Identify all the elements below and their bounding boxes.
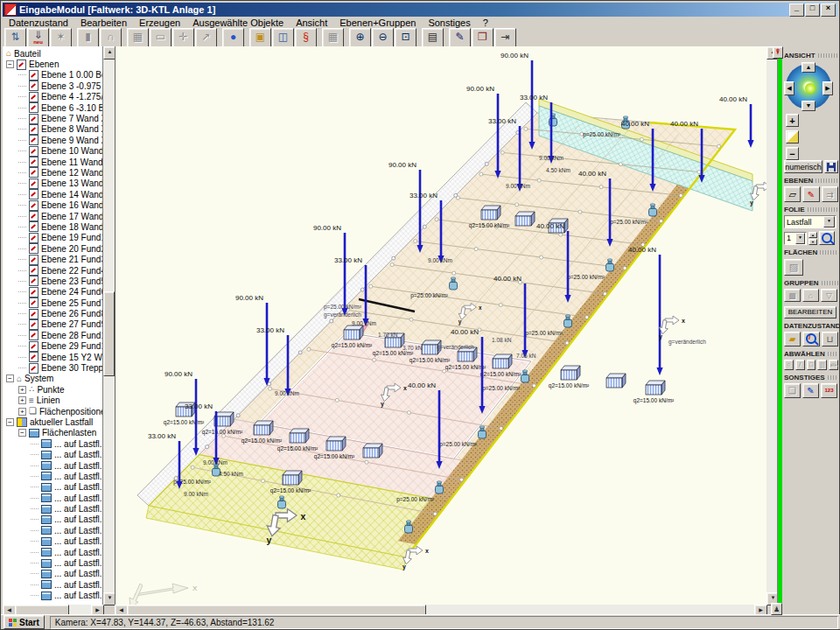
zoom-plus-button[interactable]: + [786,114,799,127]
tree-item[interactable]: ... auf Lastfl. 1: c [3,547,102,557]
tree-item[interactable]: −⌂System [3,374,102,384]
gruppen-select-button[interactable]: ▩ [784,289,801,302]
save-view-button[interactable] [824,160,838,173]
toolbar-neu-button[interactable]: ⇓neu [27,28,49,47]
tree-item[interactable]: −Flächenlasten [3,428,102,438]
tree-vscrollbar[interactable]: ▲ ▼ [103,46,115,605]
minimize-button[interactable]: _ [789,4,804,17]
tree-item[interactable]: Ebene 4 -1.275/-1.4 [3,92,102,102]
rotate-up-button[interactable]: ▲ [802,62,816,73]
tree-expander-icon[interactable]: − [6,374,14,382]
tree-item[interactable]: ... auf Lastfl. 14: [3,471,102,481]
tree-item[interactable]: Ebene 26 Fund8 [3,308,102,318]
datenzustand-check-button[interactable] [802,332,819,346]
toolbar-zoom-out-button[interactable]: ⊖ [372,28,394,47]
tree-item[interactable]: Ebene 7 Wand X1 [3,113,102,123]
sonstiges-ansicht-button[interactable]: ✎ [802,383,819,398]
folie-search-button[interactable] [819,231,835,245]
tree-item[interactable]: Ebene 9 Wand X3 [3,135,102,145]
tree-item[interactable]: Ebene 14 Wand Y1 [3,189,102,200]
tree-item[interactable]: −aktueller Lastfall [3,416,102,427]
toolbar-stuetze-button[interactable]: ▮ [77,28,99,47]
tree-item[interactable]: Ebene 29 Fund11 [3,341,102,352]
tree-item[interactable]: Ebene 10 Wand X4 [3,146,102,157]
tree-item[interactable]: ... auf Lastfl. 3: [3,569,102,579]
dropdown-arrow-icon[interactable]: ▼ [823,216,835,228]
toolbar-handbuch-button[interactable]: ❐ [472,28,494,47]
flaechen-hatch-button[interactable]: ▨ [784,259,803,276]
tree-expander-icon[interactable]: + [18,386,26,394]
sonstiges-notiz-button[interactable]: ❏ [784,383,801,398]
datenzustand-bucket-button[interactable]: ⊔ [822,332,838,346]
tree-item[interactable]: ... auf Lastfl. 7: [3,503,102,514]
tree-item[interactable]: Ebene 17 Wand Y4 [3,211,102,221]
numerisch-button[interactable]: numerisch [784,160,822,173]
ebene-move-button[interactable]: ⇉ [822,186,838,202]
toolbar-zoom-fenster-button[interactable]: ⊡ [395,28,416,47]
toolbar-datenzustand-wechseln-button[interactable]: ⇅ [4,28,26,47]
toolbar-positionen-button[interactable]: ◫ [272,28,294,47]
tree-item[interactable]: Ebene 22 Fund4 [3,265,102,276]
toolbar-verschieben-button[interactable]: ✛ [172,28,194,47]
tree-item[interactable]: Ebene 15 Y2 Wand T [3,352,102,362]
tree-item[interactable]: Ebene 3 -0.975 Bop [3,80,102,91]
toolbar-ansicht-stift-button[interactable]: ✎ [449,28,471,47]
toolbar-bogen-button[interactable]: ∩ [100,28,122,47]
abwahl-punkt-button[interactable]: ○ [784,360,794,370]
gruppen-add-button[interactable]: ⌂ [802,289,819,302]
toolbar-zoom-in-button[interactable]: ⊕ [349,28,371,47]
tree-item[interactable]: Ebene 12 Wand X6 [3,167,102,178]
tree-item[interactable]: ... auf Lastfl. 2: [3,557,102,568]
menu-ausgew-hlte-objekte[interactable]: Ausgewählte Objekte [186,18,290,28]
toolbar-normen-button[interactable]: § [295,28,317,47]
dropdown-arrow-icon[interactable]: ▼ [795,233,805,244]
tree-scroll-thumb[interactable] [103,291,115,376]
rotate-right-button[interactable]: ▶ [822,81,833,95]
menu-datenzustand[interactable]: Datenzustand [3,18,74,28]
gruppen-filter-button[interactable]: ▽ [821,289,837,302]
start-button[interactable]: Start [4,615,45,629]
tree-item[interactable]: Ebene 6 -3.10 Bopl. [3,102,102,113]
tree-item[interactable]: Ebene 13 Wand X7 [3,178,102,189]
tree-item[interactable]: Ebene 16 Wand Y3 [3,200,102,210]
menu-sonstiges[interactable]: Sonstiges [422,18,476,28]
tree-item[interactable]: Ebene 30 Treppenla [3,362,102,373]
toolbar-fahrzeug-button[interactable]: ● [222,28,244,47]
sonstiges-nummern-button[interactable]: 123 [821,383,837,398]
perspective-toggle-button[interactable] [786,130,799,144]
stepper-up-icon[interactable]: ▲ [808,232,817,238]
folie-type-select[interactable]: Lastfall▼ [784,215,836,228]
tree-item[interactable]: ... auf Lastfl. 11: [3,438,102,449]
tree-item[interactable]: ⌂Bauteil [3,48,102,59]
rotate-left-button[interactable]: ◀ [784,81,794,95]
abwahl-lasten-button[interactable]: ||| [817,360,827,370]
tree-item[interactable]: ... auf Lastfl. 4: [3,579,102,590]
tree-expander-icon[interactable]: + [18,396,26,404]
tree-item[interactable]: ... auf Lastfl. 6: [3,493,102,503]
tree-item[interactable]: +❏Flächenpositionen [3,406,102,416]
tree-item[interactable]: +≡Linien [3,396,102,406]
tree-item[interactable]: Ebene 25 Fund7 [3,298,102,308]
close-button[interactable]: × [821,4,836,17]
pin-panel-icon[interactable]: ⍒ [773,46,783,59]
tree-item[interactable]: −Ebenen [3,59,102,69]
tree-item[interactable]: ... auf Lastfl. 12: [3,449,102,459]
folie-number-stepper[interactable]: ▲ ▼ [808,232,817,245]
tree-item[interactable]: Ebene 20 Fund2 [3,243,102,254]
toolbar-beenden-button[interactable]: ⇥ [494,28,516,47]
toolbar-platte-button[interactable]: ▦ [127,28,149,47]
tree-item[interactable]: ... auf Lastfl. 8: [3,514,102,525]
toolbar-polylinie-button[interactable]: ↗ [195,28,217,47]
tree-item[interactable]: Ebene 11 Wand X5 [3,157,102,167]
stepper-down-icon[interactable]: ▼ [808,239,817,245]
tree-item[interactable]: +∴Punkte [3,384,102,395]
tree-expander-icon[interactable]: + [18,408,26,416]
tree-item[interactable]: ... auf Lastfl. 5: [3,591,102,601]
tree-item[interactable]: ... auf Lastfl. 10: [3,536,102,547]
tree-expander-icon[interactable]: − [18,429,26,437]
tree-item[interactable]: Ebene 1 0.00 Bopl. [3,70,102,80]
model-tree[interactable]: ⌂Bauteil−EbenenEbene 1 0.00 Bopl.Ebene 3… [3,46,103,605]
toolbar-projekt-laden-button[interactable]: ▣ [249,28,271,47]
menu-ansicht[interactable]: Ansicht [290,18,333,28]
bearbeiten-button[interactable]: BEARBEITEN [784,306,836,318]
